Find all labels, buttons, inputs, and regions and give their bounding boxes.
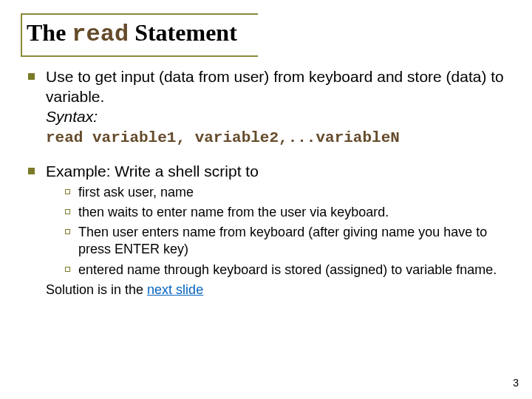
sub-bullet-list: first ask user, name then waits to enter… [46,184,511,278]
page-number: 3 [513,377,519,389]
slide-body: Use to get input (data from user) from k… [21,67,511,299]
title-container: The read Statement [21,13,258,57]
bullet-item-2: Example: Write a shell script to first a… [21,162,511,299]
solution-line: Solution is in the next slide [46,282,511,299]
sub-bullet-3-text: Then user enters name from keyboard (aft… [78,225,487,256]
title-prefix: The [27,19,72,46]
bullet-item-1: Use to get input (data from user) from k… [21,67,511,149]
sub-bullet-1: first ask user, name [46,184,511,201]
sub-bullet-1-text: first ask user, name [78,185,194,200]
sub-bullet-4: entered name through keyboard is stored … [46,262,511,279]
next-slide-link[interactable]: next slide [147,282,203,297]
title-suffix: Statement [129,19,237,46]
bullet1-text: Use to get input (data from user) from k… [46,68,504,105]
sub-bullet-2-text: then waits to enter name from the user v… [78,205,389,219]
sub-bullet-3: Then user enters name from keyboard (aft… [46,224,511,258]
title-code: read [72,21,129,48]
syntax-code: read variable1, variable2,...variableN [46,129,400,146]
bullet-list: Use to get input (data from user) from k… [21,67,511,299]
slide: The read Statement Use to get input (dat… [0,0,532,399]
bullet2-intro: Example: Write a shell script to [46,163,259,180]
sub-bullet-4-text: entered name through keyboard is stored … [78,262,497,277]
slide-title: The read Statement [27,19,237,46]
solution-prefix: Solution is in the [46,282,147,297]
sub-bullet-2: then waits to enter name from the user v… [46,204,511,221]
syntax-label: Syntax: [46,108,98,125]
